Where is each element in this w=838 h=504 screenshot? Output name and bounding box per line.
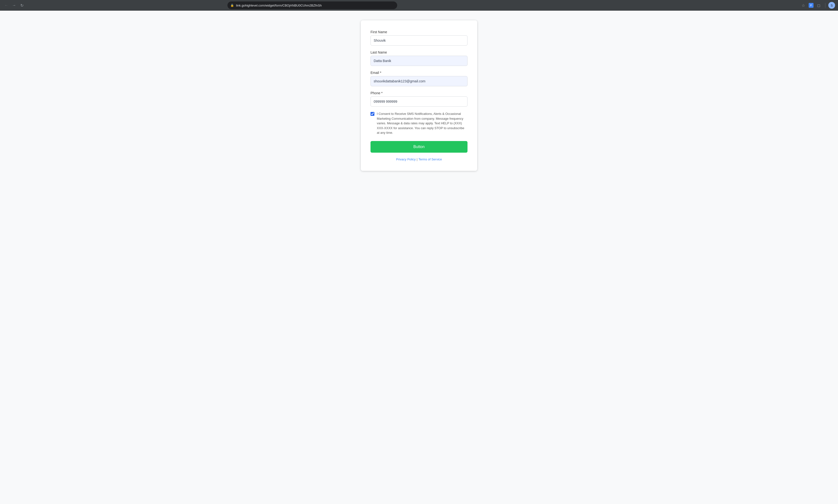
last-name-input[interactable]	[370, 56, 468, 66]
nav-buttons: ← → ↻	[3, 2, 25, 9]
privacy-policy-link[interactable]: Privacy Policy	[396, 158, 416, 161]
sms-consent-checkbox[interactable]	[370, 112, 374, 116]
lock-icon: 🔒	[230, 4, 234, 7]
submit-button[interactable]: Button	[370, 141, 468, 152]
forward-button[interactable]: →	[11, 2, 17, 9]
url-text: link.gohighlevel.com/widget/form/CBOjANB…	[236, 4, 394, 7]
toolbar-separator	[825, 3, 825, 8]
sms-consent-group: I Consent to Receive SMS Notifications, …	[370, 111, 468, 135]
browser-actions: ☆ F ◻ S	[800, 2, 835, 9]
first-name-group: First Name	[370, 30, 468, 46]
extension-icon: F	[809, 3, 814, 8]
address-bar-container: 🔒 link.gohighlevel.com/widget/form/CBOjA…	[227, 1, 397, 9]
phone-group: Phone *	[370, 91, 468, 107]
terms-of-service-link[interactable]: Terms of Service	[419, 158, 442, 161]
email-input[interactable]	[370, 76, 468, 86]
last-name-label: Last Name	[370, 50, 468, 54]
last-name-group: Last Name	[370, 50, 468, 66]
profile-avatar[interactable]: S	[828, 2, 835, 9]
phone-label: Phone *	[370, 91, 468, 95]
email-label: Email *	[370, 71, 468, 75]
footer-links: Privacy Policy|Terms of Service	[370, 158, 468, 161]
sms-consent-label: I Consent to Receive SMS Notifications, …	[377, 111, 468, 135]
address-bar[interactable]: 🔒 link.gohighlevel.com/widget/form/CBOjA…	[227, 1, 397, 9]
back-button[interactable]: ←	[3, 2, 10, 9]
form-card: First Name Last Name Email * Phone * I C…	[361, 20, 477, 171]
email-group: Email *	[370, 71, 468, 86]
first-name-input[interactable]	[370, 35, 468, 46]
page-content: First Name Last Name Email * Phone * I C…	[0, 11, 838, 504]
browser-chrome: ← → ↻ 🔒 link.gohighlevel.com/widget/form…	[0, 0, 838, 11]
first-name-label: First Name	[370, 30, 468, 34]
extensions-button[interactable]: ◻	[816, 2, 822, 9]
reload-button[interactable]: ↻	[18, 2, 25, 9]
link-separator: |	[417, 158, 417, 161]
phone-input[interactable]	[370, 96, 468, 107]
bookmark-button[interactable]: ☆	[800, 2, 807, 9]
